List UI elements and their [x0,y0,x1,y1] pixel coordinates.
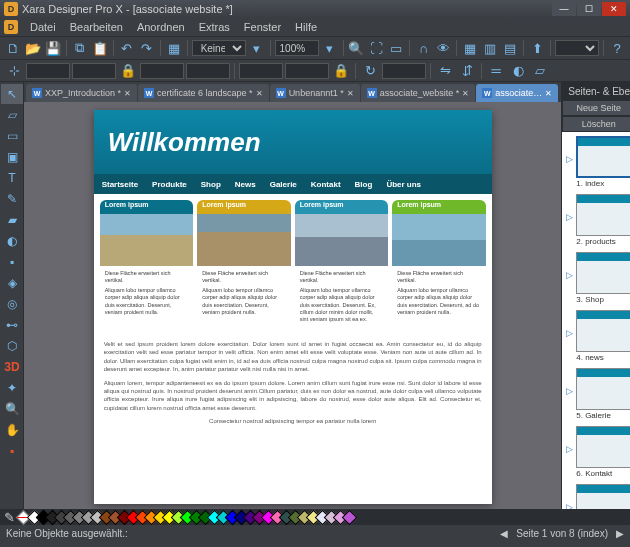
sy-input[interactable] [285,63,329,79]
misc-icon[interactable]: ◐ [508,61,528,81]
doc-tab[interactable]: WXXP_Introduction *✕ [26,84,137,102]
expand-icon[interactable]: ▷ [566,444,574,454]
menu-hilfe[interactable]: Hilfe [289,19,323,35]
zoom-input[interactable] [275,40,319,56]
color-swatch[interactable] [342,509,358,525]
menu-bearbeiten[interactable]: Bearbeiten [64,19,129,35]
nav-prev-icon[interactable]: ◀ [500,528,508,539]
misc2-icon[interactable]: ▱ [530,61,550,81]
selector-tool-icon[interactable]: ↖ [1,84,23,104]
zoom-tool-icon[interactable]: 🔍 [1,399,23,419]
transparency-tool-icon[interactable]: ◐ [1,231,23,251]
minimize-button[interactable]: — [552,2,576,16]
redo-icon[interactable]: ↷ [138,38,156,58]
menu-anordnen[interactable]: Anordnen [131,19,191,35]
shape-tool-icon[interactable]: ▱ [1,105,23,125]
flip-v-icon[interactable]: ⇵ [457,61,477,81]
y-input[interactable] [72,63,116,79]
page-thumb-item[interactable]: ▷6. Kontakt [566,426,630,478]
website-canvas[interactable]: Willkommen StartseiteProdukteShopNewsGal… [94,110,492,504]
bevel-tool-icon[interactable]: ◈ [1,273,23,293]
color-picker-icon[interactable]: ▪ [1,441,23,461]
dropdown-icon[interactable]: ▾ [248,38,266,58]
save-icon[interactable]: 💾 [44,38,62,58]
menu-datei[interactable]: Datei [24,19,62,35]
page-thumb-item[interactable]: ▷4. news [566,310,630,362]
x-input[interactable] [26,63,70,79]
expand-icon[interactable]: ▷ [566,386,574,396]
zoom-prev-icon[interactable]: 🔍 [347,38,365,58]
rotate-icon[interactable]: ↻ [360,61,380,81]
contour-tool-icon[interactable]: ◎ [1,294,23,314]
expand-icon[interactable]: ▷ [566,154,574,164]
doc-tab[interactable]: Wassociate…✕ [476,84,558,102]
help-icon[interactable]: ? [608,38,626,58]
page-thumb-item[interactable]: ▷3. Shop [566,252,630,304]
doc-tab[interactable]: WUnbenannt1 *✕ [270,84,360,102]
open-icon[interactable]: 📂 [24,38,42,58]
flip-h-icon[interactable]: ⇋ [435,61,455,81]
push-tool-icon[interactable]: ✋ [1,420,23,440]
w-input[interactable] [140,63,184,79]
rect-tool-icon[interactable]: ▭ [1,126,23,146]
page-thumb-item[interactable]: ▷7. blog [566,484,630,509]
page-thumbnails[interactable]: ▷1. index▷2. products▷3. Shop▷4. news▷5.… [562,132,630,509]
nav-next-icon[interactable]: ▶ [616,528,624,539]
tab-close-icon[interactable]: ✕ [462,89,469,98]
zoom-fit-icon[interactable]: ⛶ [367,38,385,58]
blend-tool-icon[interactable]: ⊷ [1,315,23,335]
menu-extras[interactable]: Extras [193,19,236,35]
expand-icon[interactable]: ▷ [566,270,574,280]
pen-tool-icon[interactable]: ✎ [1,189,23,209]
style-select[interactable]: Keine [192,40,246,56]
delete-button[interactable]: Löschen [562,116,630,132]
mould-tool-icon[interactable]: ⬡ [1,336,23,356]
app-menu-icon[interactable]: D [4,20,18,34]
page-thumb-item[interactable]: ▷5. Galerie [566,368,630,420]
eye-icon[interactable]: 👁 [434,38,452,58]
export-icon[interactable]: ⬆ [528,38,546,58]
expand-icon[interactable]: ▷ [566,328,574,338]
group-icon[interactable]: ▦ [165,38,183,58]
new-page-button[interactable]: Neue Seite [562,100,630,116]
sx-input[interactable] [239,63,283,79]
doc-tab[interactable]: Wassociate_website *✕ [361,84,476,102]
paste-icon[interactable]: 📋 [91,38,109,58]
tab-close-icon[interactable]: ✕ [256,89,263,98]
page-thumb-item[interactable]: ▷2. products [566,194,630,246]
anchor-icon[interactable]: ⊹ [4,61,24,81]
tab-close-icon[interactable]: ✕ [545,89,552,98]
maximize-button[interactable]: ☐ [577,2,601,16]
copy-icon[interactable]: ⧉ [71,38,89,58]
angle-input[interactable] [382,63,426,79]
tab-close-icon[interactable]: ✕ [347,89,354,98]
misc-select[interactable] [555,40,599,56]
gallery2-icon[interactable]: ▥ [481,38,499,58]
lock2-icon[interactable]: 🔒 [331,61,351,81]
close-button[interactable]: ✕ [602,2,626,16]
expand-icon[interactable]: ▷ [566,212,574,222]
h-input[interactable] [186,63,230,79]
shadow-tool-icon[interactable]: ▪ [1,252,23,272]
gallery3-icon[interactable]: ▤ [501,38,519,58]
doc-tab[interactable]: Wcertificate 6 landscape *✕ [138,84,269,102]
zoom-dropdown-icon[interactable]: ▾ [321,38,339,58]
color-edit-icon[interactable]: ✎ [2,507,16,527]
page-thumb-item[interactable]: ▷1. index [566,136,630,188]
text-tool-icon[interactable]: T [1,168,23,188]
magnet-icon[interactable]: ∩ [414,38,432,58]
menu-fenster[interactable]: Fenster [238,19,287,35]
3d-tool-icon[interactable]: 3D [1,357,23,377]
new-icon[interactable]: 🗋 [4,38,22,58]
scale-line-icon[interactable]: ═ [486,61,506,81]
photo-tool-icon[interactable]: ▣ [1,147,23,167]
live-effect-icon[interactable]: ✦ [1,378,23,398]
expand-icon[interactable]: ▷ [566,502,574,509]
fill-tool-icon[interactable]: ▰ [1,210,23,230]
canvas-viewport[interactable]: Willkommen StartseiteProdukteShopNewsGal… [24,102,561,509]
tab-close-icon[interactable]: ✕ [124,89,131,98]
undo-icon[interactable]: ↶ [118,38,136,58]
zoom-page-icon[interactable]: ▭ [387,38,405,58]
lock-icon[interactable]: 🔒 [118,61,138,81]
gallery-icon[interactable]: ▦ [461,38,479,58]
